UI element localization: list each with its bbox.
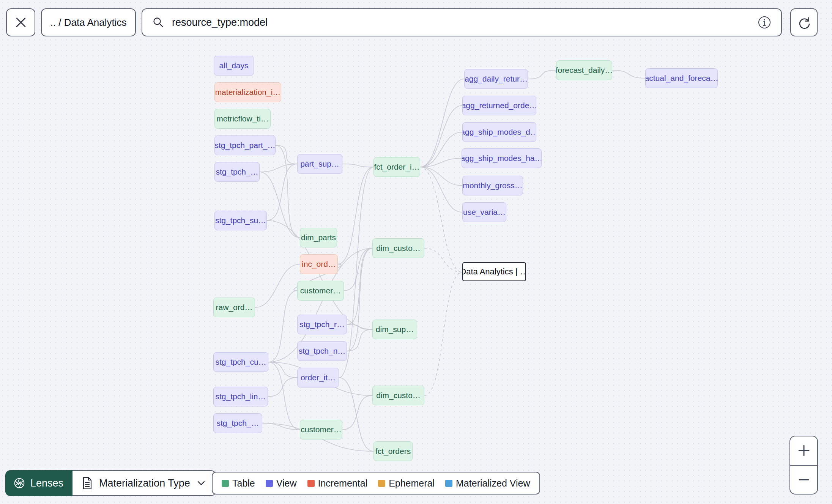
legend-item: View [266, 478, 297, 489]
legend-swatch [378, 480, 385, 487]
node-dim_sup[interactable]: dim_sup… [372, 320, 417, 339]
lenses-control: Lenses Materialization Type [5, 470, 216, 496]
node-stg_tpch_r[interactable]: stg_tpch_r… [297, 315, 347, 334]
node-stg_tpch_lin[interactable]: stg_tpch_lin… [213, 387, 268, 406]
node-agg_ship_modes_ha[interactable]: agg_ship_modes_ha… [462, 148, 542, 168]
node-agg_ship_modes_d[interactable]: agg_ship_modes_d… [462, 122, 536, 142]
plus-icon [797, 444, 810, 457]
node-order_it[interactable]: order_it… [297, 368, 339, 387]
lenses-label: Lenses [30, 477, 63, 489]
legend-swatch [266, 480, 273, 487]
refresh-button[interactable] [790, 8, 818, 36]
node-stg_tpch_b[interactable]: stg_tpch_… [213, 413, 262, 433]
aperture-icon [13, 477, 26, 490]
legend-label: View [276, 478, 297, 489]
lenses-button[interactable]: Lenses [5, 470, 72, 496]
zoom-out-button[interactable] [790, 465, 817, 494]
chevron-down-icon [196, 478, 206, 488]
legend-item: Incremental [307, 478, 368, 489]
zoom-in-button[interactable] [790, 436, 817, 465]
legend-label: Incremental [318, 478, 368, 489]
node-agg_returned_orde[interactable]: agg_returned_orde… [462, 96, 536, 115]
node-inc_ord[interactable]: inc_ord… [300, 254, 338, 274]
node-use_varia[interactable]: use_varia… [462, 202, 506, 222]
legend-label: Ephemeral [389, 478, 435, 489]
legend-label: Materialized View [456, 478, 530, 489]
node-fct_order_i[interactable]: fct_order_i… [373, 157, 420, 177]
node-materialization_i[interactable]: materialization_i… [214, 82, 281, 102]
node-dim_custo[interactable]: dim_custo… [372, 238, 424, 258]
node-stg_tpch_part[interactable]: stg_tpch_part_… [214, 135, 276, 155]
node-dim_custo2[interactable]: dim_custo… [372, 386, 424, 405]
info-icon[interactable] [758, 16, 771, 29]
node-stg_tpch_cu[interactable]: stg_tpch_cu… [213, 352, 268, 372]
node-part_sup[interactable]: part_sup… [297, 154, 342, 174]
legend-item: Ephemeral [378, 478, 435, 489]
legend-swatch [445, 480, 452, 487]
search-bar [142, 8, 782, 36]
node-agg_daily_retur[interactable]: agg_daily_retur… [464, 69, 528, 89]
legend-swatch [307, 480, 315, 487]
minus-icon [797, 473, 810, 486]
node-metricflow_ti[interactable]: metricflow_ti… [214, 109, 271, 129]
node-stg_tpch_n[interactable]: stg_tpch_n… [297, 341, 347, 361]
search-input[interactable] [171, 16, 751, 29]
breadcrumb-label: .. / Data Analytics [50, 17, 127, 28]
node-exposure[interactable]: Data Analytics | … [462, 262, 526, 281]
close-button[interactable] [6, 8, 35, 36]
document-icon [82, 477, 93, 490]
node-stg_tpch_su[interactable]: stg_tpch_su… [214, 211, 267, 230]
node-dim_parts[interactable]: dim_parts [300, 228, 337, 247]
node-customer1[interactable]: customer… [297, 281, 344, 301]
legend-item: Materialized View [445, 478, 530, 489]
node-all_days[interactable]: all_days [214, 56, 254, 76]
legend-swatch [222, 480, 229, 487]
legend: TableViewIncrementalEphemeralMaterialize… [212, 472, 540, 495]
refresh-icon [797, 15, 811, 30]
search-icon [152, 16, 164, 28]
node-customer2[interactable]: customer… [300, 420, 342, 439]
zoom-control [789, 436, 818, 495]
lens-selected-label: Materialization Type [99, 477, 190, 489]
node-stg_tpch_a[interactable]: stg_tpch_… [214, 162, 260, 182]
lineage-canvas: all_daysmaterialization_i…metricflow_ti…… [0, 0, 832, 504]
node-raw_ord[interactable]: raw_ord… [213, 298, 255, 317]
node-monthly_gross[interactable]: monthly_gross… [462, 176, 523, 195]
node-forecast_daily[interactable]: forecast_daily… [556, 60, 612, 80]
breadcrumb[interactable]: .. / Data Analytics [41, 8, 136, 36]
lens-selector[interactable]: Materialization Type [72, 470, 216, 496]
legend-label: Table [232, 478, 255, 489]
close-icon [14, 16, 27, 29]
legend-item: Table [222, 478, 255, 489]
node-actual_and_foreca[interactable]: actual_and_foreca… [645, 68, 718, 88]
node-fct_orders[interactable]: fct_orders [373, 441, 413, 461]
